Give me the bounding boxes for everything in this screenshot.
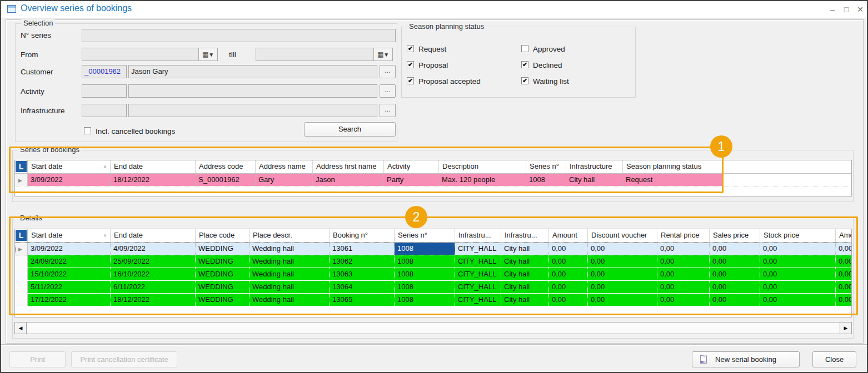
cell[interactable]: 1008: [395, 268, 455, 280]
cell[interactable]: 0,00: [836, 268, 852, 280]
scroll-left-button[interactable]: ◀: [15, 322, 27, 334]
close-window-button[interactable]: ✕: [855, 3, 866, 16]
selected-cell[interactable]: 1008: [395, 243, 455, 255]
details-row[interactable]: 5/11/2022 6/11/2022 WEDDING Wedding hall…: [15, 281, 851, 294]
cell[interactable]: Wedding hall: [250, 268, 330, 280]
incl-cancelled-checkbox[interactable]: [84, 127, 91, 134]
details-col-amount[interactable]: Amount: [549, 229, 588, 242]
cell[interactable]: 6/11/2022: [111, 281, 196, 293]
cell[interactable]: WEDDING: [196, 294, 250, 306]
cell[interactable]: CITY_HALL: [455, 294, 501, 306]
details-col-series-no[interactable]: Series n°: [395, 229, 455, 242]
cell[interactable]: 0,00: [760, 294, 836, 306]
cell[interactable]: City hall: [501, 281, 549, 293]
horizontal-scrollbar[interactable]: ◀ ▶: [14, 322, 852, 334]
cell[interactable]: 13064: [330, 281, 395, 293]
waiting-list-checkbox[interactable]: ✔: [521, 77, 528, 84]
cell[interactable]: 0,00: [588, 255, 657, 268]
proposal-accepted-checkbox[interactable]: ✔: [407, 77, 414, 84]
cell[interactable]: Max. 120 people: [439, 174, 526, 186]
series-col-start-date[interactable]: Start date▲: [28, 160, 111, 173]
details-corner-cell[interactable]: L: [15, 229, 28, 242]
details-col-start-date[interactable]: Start date▲: [28, 229, 111, 242]
cell[interactable]: City hall: [501, 255, 549, 268]
cell[interactable]: CITY_HALL: [455, 268, 501, 280]
cell[interactable]: Gary: [256, 174, 313, 186]
row-indicator[interactable]: ▶: [15, 243, 28, 255]
series-col-infrastructure[interactable]: Infrastructure: [566, 160, 623, 173]
cell[interactable]: 0,00: [588, 243, 657, 255]
cell[interactable]: City hall: [501, 243, 549, 255]
row-indicator[interactable]: [15, 255, 28, 268]
cell[interactable]: CITY_HALL: [455, 281, 501, 293]
details-col-end-date[interactable]: End date: [111, 229, 196, 242]
cell[interactable]: 0,00: [549, 255, 588, 268]
series-col-activity[interactable]: Activity: [384, 160, 439, 173]
cell[interactable]: WEDDING: [196, 268, 250, 280]
cell[interactable]: 0,00: [760, 243, 836, 255]
cell[interactable]: 0,00: [588, 281, 657, 293]
cell[interactable]: CITY_HALL: [455, 243, 501, 255]
series-col-season-status[interactable]: Season planning status: [623, 160, 722, 173]
activity-name-input[interactable]: [128, 84, 377, 98]
infrastructure-code-input[interactable]: [82, 104, 127, 117]
declined-checkbox[interactable]: ✔: [521, 61, 528, 68]
series-col-address-code[interactable]: Address code: [196, 160, 256, 173]
cell[interactable]: 0,00: [710, 243, 760, 255]
cell[interactable]: 0,00: [657, 243, 710, 255]
cell[interactable]: 24/09/2022: [28, 255, 111, 268]
details-row[interactable]: 24/09/2022 25/09/2022 WEDDING Wedding ha…: [15, 255, 851, 268]
cell[interactable]: 0,00: [657, 255, 710, 268]
customer-code-input[interactable]: _00001962: [82, 65, 127, 78]
cell[interactable]: City hall: [501, 268, 549, 280]
details-col-stock-price[interactable]: Stock price: [760, 229, 836, 242]
cell[interactable]: 13063: [330, 268, 395, 280]
cell[interactable]: CITY_HALL: [455, 255, 501, 268]
cell[interactable]: Wedding hall: [250, 243, 330, 255]
cell[interactable]: 0,00: [549, 243, 588, 255]
details-col-place-descr[interactable]: Place descr.: [250, 229, 330, 242]
cell[interactable]: 3/09/2022: [28, 174, 111, 186]
from-date-input[interactable]: ▦▼: [82, 48, 218, 61]
cell[interactable]: 0,00: [836, 243, 852, 255]
cell[interactable]: WEDDING: [196, 255, 250, 268]
n-series-input[interactable]: [82, 29, 396, 42]
cell[interactable]: 0,00: [588, 294, 657, 306]
cell[interactable]: 0,00: [760, 281, 836, 293]
cell[interactable]: 0,00: [836, 255, 852, 268]
cell[interactable]: 0,00: [657, 294, 710, 306]
details-row[interactable]: 15/10/2022 16/10/2022 WEDDING Wedding ha…: [15, 268, 851, 281]
row-indicator[interactable]: [15, 294, 28, 306]
maximize-button[interactable]: □: [841, 3, 852, 16]
cell[interactable]: 16/10/2022: [111, 268, 196, 280]
cell[interactable]: 5/11/2022: [28, 281, 111, 293]
cell[interactable]: 0,00: [760, 268, 836, 280]
cell[interactable]: Wedding hall: [250, 255, 330, 268]
cell[interactable]: 0,00: [657, 268, 710, 280]
details-col-amount-2[interactable]: Amour: [836, 229, 852, 242]
print-button[interactable]: Print: [9, 351, 66, 367]
customer-name-input[interactable]: Jason Gary: [128, 65, 377, 78]
cell[interactable]: 15/10/2022: [28, 268, 111, 280]
activity-code-input[interactable]: [82, 84, 127, 98]
infrastructure-browse-button[interactable]: ...: [380, 104, 396, 117]
row-indicator[interactable]: [15, 281, 28, 293]
cell[interactable]: Jason: [313, 174, 384, 186]
cell[interactable]: Party: [384, 174, 439, 186]
close-button[interactable]: Close: [812, 351, 856, 367]
cell[interactable]: 0,00: [588, 268, 657, 280]
series-corner-cell[interactable]: L: [15, 160, 28, 173]
cell[interactable]: 3/09/2022: [28, 243, 111, 255]
from-date-picker-button[interactable]: ▦▼: [198, 48, 217, 61]
series-row[interactable]: ▶ 3/09/2022 18/12/2022 S_00001962 Gary J…: [15, 174, 851, 186]
cell[interactable]: 1008: [526, 174, 566, 186]
cell[interactable]: S_00001962: [196, 174, 256, 186]
cell[interactable]: 0,00: [657, 281, 710, 293]
cell[interactable]: WEDDING: [196, 243, 250, 255]
cell[interactable]: 0,00: [710, 294, 760, 306]
series-col-description[interactable]: Description: [439, 160, 526, 173]
new-serial-booking-button[interactable]: New serial booking: [692, 351, 800, 367]
cell[interactable]: 0,00: [710, 268, 760, 280]
cell[interactable]: 0,00: [710, 255, 760, 268]
details-col-place-code[interactable]: Place code: [196, 229, 250, 242]
